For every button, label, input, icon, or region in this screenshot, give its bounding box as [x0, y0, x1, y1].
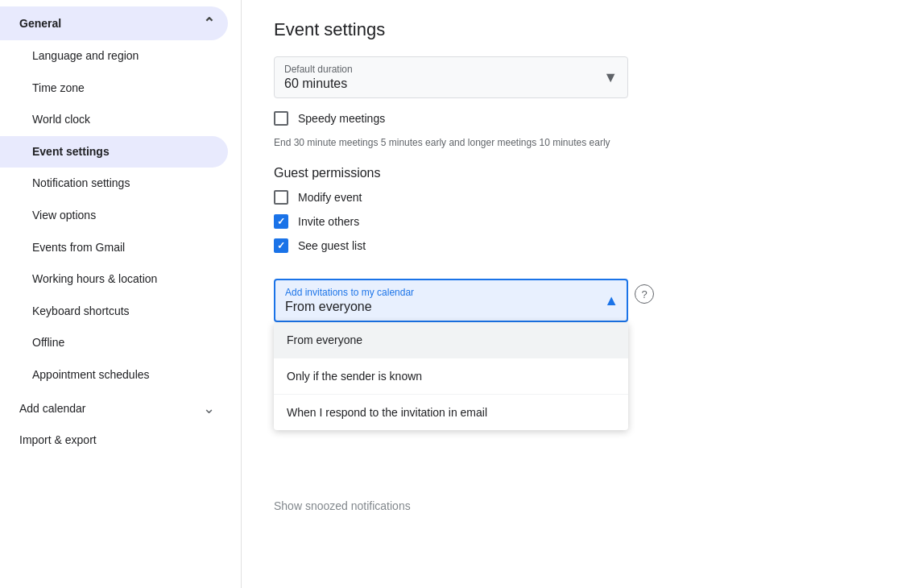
sidebar-item-label: Events from Gmail [32, 241, 125, 254]
invite-dropdown-value: From everyone [285, 300, 594, 314]
sidebar-item-eventsettings[interactable]: Event settings [0, 136, 228, 168]
speedy-meetings-label: Speedy meetings [298, 112, 385, 125]
chevron-up-icon: ⌃ [203, 14, 215, 32]
sidebar-item-label: Offline [32, 336, 64, 349]
invite-option-respond[interactable]: When I respond to the invitation in emai… [274, 395, 628, 430]
sidebar-item-notification[interactable]: Notification settings [0, 168, 228, 200]
chevron-down-icon: ▼ [603, 69, 618, 86]
sidebar-importexport-label: Import & export [19, 433, 97, 446]
sidebar-item-label: Working hours & location [32, 272, 157, 285]
see-guestlist-label: See guest list [298, 239, 366, 252]
default-duration-label: Default duration [284, 64, 618, 75]
sidebar-item-addcalendar[interactable]: Add calendar ⌄ [0, 391, 228, 425]
modify-event-checkbox[interactable] [274, 190, 288, 205]
sidebar-general-header[interactable]: General ⌃ [0, 6, 228, 40]
invite-dropdown-row: Add invitations to my calendar From ever… [274, 266, 870, 322]
sidebar-item-label: World clock [32, 113, 90, 126]
help-icon[interactable]: ? [635, 284, 654, 304]
default-duration-dropdown[interactable]: Default duration 60 minutes ▼ [274, 56, 628, 98]
see-guestlist-row: See guest list [274, 238, 870, 253]
invite-dropdown-label: Add invitations to my calendar [285, 287, 594, 298]
modify-event-row: Modify event [274, 190, 870, 205]
guest-permissions-title: Guest permissions [274, 166, 870, 180]
invite-others-label: Invite others [298, 215, 359, 228]
sidebar-item-label: Keyboard shortcuts [32, 304, 130, 317]
sidebar-item-worldclock[interactable]: World clock [0, 104, 228, 136]
see-guestlist-checkbox[interactable] [274, 238, 288, 253]
sidebar-item-label: Time zone [32, 81, 85, 94]
main-content: Event settings Default duration 60 minut… [242, 0, 902, 588]
sidebar-item-keyboard[interactable]: Keyboard shortcuts [0, 296, 228, 328]
sidebar-item-offline[interactable]: Offline [0, 327, 228, 359]
invite-dropdown[interactable]: Add invitations to my calendar From ever… [274, 279, 628, 322]
invite-others-checkbox[interactable] [274, 214, 288, 229]
sidebar-item-appointment[interactable]: Appointment schedules [0, 359, 228, 391]
speedy-meetings-checkbox[interactable] [274, 111, 288, 126]
sidebar-item-importexport[interactable]: Import & export [0, 425, 228, 454]
invite-option-everyone[interactable]: From everyone [274, 322, 628, 358]
sidebar-item-timezone[interactable]: Time zone [0, 72, 228, 105]
sidebar-item-label: Language and region [32, 49, 139, 62]
speedy-meetings-row: Speedy meetings [274, 111, 870, 126]
page-title: Event settings [274, 19, 870, 40]
invite-option-known[interactable]: Only if the sender is known [274, 358, 628, 395]
sidebar-item-label: Appointment schedules [32, 368, 150, 381]
sidebar-item-viewoptions[interactable]: View options [0, 200, 228, 232]
chevron-down-icon: ⌄ [203, 400, 215, 417]
speedy-meetings-hint: End 30 minute meetings 5 minutes early a… [274, 135, 870, 150]
default-duration-value: 60 minutes [284, 77, 618, 91]
sidebar-item-label: View options [32, 209, 96, 222]
sidebar-addcalendar-label: Add calendar [19, 402, 86, 415]
sidebar-item-eventsgmail[interactable]: Events from Gmail [0, 232, 228, 264]
chevron-up-icon: ▲ [604, 292, 619, 309]
invite-dropdown-menu: From everyone Only if the sender is know… [274, 322, 628, 430]
sidebar-item-language[interactable]: Language and region [0, 40, 228, 72]
sidebar-general-label: General [19, 17, 61, 30]
sidebar: General ⌃ Language and region Time zone … [0, 0, 242, 588]
sidebar-item-label: Event settings [32, 145, 110, 158]
default-duration-container: Default duration 60 minutes ▼ [274, 56, 870, 98]
invite-others-row: Invite others [274, 214, 870, 229]
snooze-text: Show snoozed notifications [274, 499, 870, 512]
sidebar-item-workinghours[interactable]: Working hours & location [0, 263, 228, 296]
invite-dropdown-container: Add invitations to my calendar From ever… [274, 266, 628, 322]
modify-event-label: Modify event [298, 191, 362, 204]
sidebar-item-label: Notification settings [32, 176, 130, 189]
